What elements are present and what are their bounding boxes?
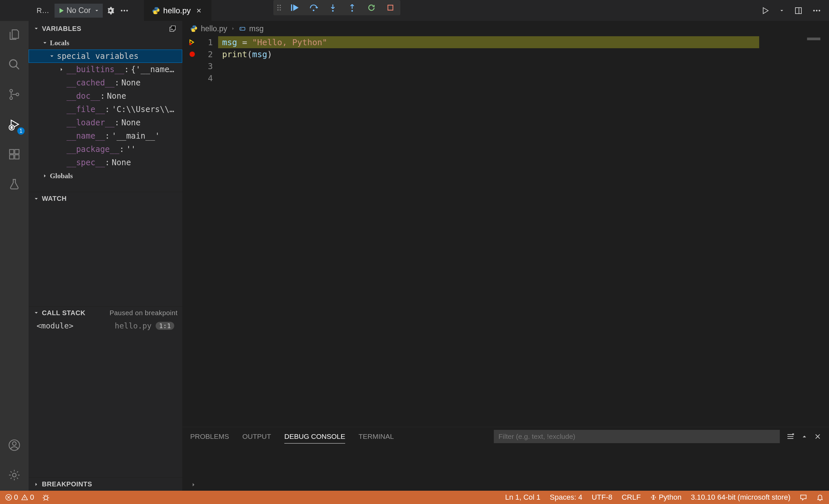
svg-point-29 xyxy=(12,442,16,445)
status-spaces[interactable]: Spaces: 4 xyxy=(550,493,582,502)
code-editor[interactable]: 1 2 3 4 msg = "Hello, Python" print(msg) xyxy=(182,36,829,427)
svg-rect-12 xyxy=(388,5,393,10)
ellipsis-icon[interactable] xyxy=(118,4,131,17)
svg-point-7 xyxy=(277,9,279,11)
debug-toolbar[interactable] xyxy=(273,0,400,15)
svg-point-11 xyxy=(351,10,353,12)
run-debug-icon[interactable]: 1 xyxy=(5,115,23,133)
minimap[interactable] xyxy=(809,36,829,427)
svg-rect-32 xyxy=(240,27,245,30)
status-errors[interactable]: 0 xyxy=(5,493,18,502)
code-line[interactable]: print(msg) xyxy=(218,48,829,60)
callstack-frame[interactable]: <module> hello.py 1:1 xyxy=(29,320,182,332)
activity-bar: 1 xyxy=(0,21,29,491)
chevron-down-icon xyxy=(33,196,39,202)
current-line-indicator-icon xyxy=(188,39,196,46)
step-over-button[interactable] xyxy=(307,2,321,13)
gear-icon[interactable] xyxy=(104,4,117,17)
grip-icon[interactable] xyxy=(277,4,282,11)
code-line[interactable] xyxy=(218,72,829,84)
chevron-right-icon xyxy=(59,67,67,72)
tab-problems[interactable]: PROBLEMS xyxy=(190,430,229,443)
callstack-header[interactable]: CALL STACK Paused on breakpoint xyxy=(29,307,182,320)
status-warnings[interactable]: 0 xyxy=(21,493,34,502)
scope-special-variables[interactable]: special variables xyxy=(29,49,182,63)
variables-header[interactable]: VARIABLES xyxy=(29,21,182,36)
status-encoding[interactable]: UTF-8 xyxy=(591,493,612,502)
scope-label: Locals xyxy=(50,39,69,47)
glyph-margin[interactable] xyxy=(182,36,202,427)
collapse-all-icon[interactable] xyxy=(168,24,178,34)
editor-tab[interactable]: hello.py xyxy=(144,0,212,21)
step-into-button[interactable] xyxy=(326,2,340,13)
feedback-icon[interactable] xyxy=(800,494,807,501)
run-editor-button[interactable] xyxy=(759,5,771,16)
close-icon[interactable] xyxy=(194,6,204,15)
testing-icon[interactable] xyxy=(5,175,23,193)
var-row[interactable]: __package__:'' xyxy=(29,143,182,156)
tab-debug-console[interactable]: DEBUG CONSOLE xyxy=(284,430,345,443)
status-language[interactable]: Python xyxy=(650,493,682,502)
symbol-variable-icon xyxy=(239,25,246,32)
breakpoints-header[interactable]: BREAKPOINTS xyxy=(29,478,182,491)
chevron-right-icon xyxy=(230,26,236,31)
var-row[interactable]: __cached__:None xyxy=(29,76,182,89)
split-editor-icon[interactable] xyxy=(792,5,804,16)
svg-point-21 xyxy=(10,97,13,99)
watch-header[interactable]: WATCH xyxy=(29,192,182,205)
svg-point-1 xyxy=(123,10,125,11)
svg-point-30 xyxy=(12,473,16,477)
code-line[interactable] xyxy=(218,60,829,72)
svg-point-36 xyxy=(44,496,47,500)
svg-rect-26 xyxy=(15,155,19,159)
close-icon[interactable] xyxy=(815,433,821,440)
explorer-icon[interactable] xyxy=(5,26,23,43)
frame-pos: 1:1 xyxy=(156,322,174,330)
restart-button[interactable] xyxy=(364,2,379,13)
var-row[interactable]: __name__:'__main__' xyxy=(29,129,182,143)
search-icon[interactable] xyxy=(5,56,23,73)
svg-rect-27 xyxy=(15,150,19,154)
breadcrumb-symbol: msg xyxy=(249,24,263,33)
step-out-button[interactable] xyxy=(345,2,359,13)
chevron-down-icon xyxy=(49,53,57,59)
debug-sidebar: VARIABLES Locals special variables __bui… xyxy=(29,21,182,491)
bottom-panel: PROBLEMS OUTPUT DEBUG CONSOLE TERMINAL xyxy=(182,427,829,491)
bell-icon[interactable] xyxy=(816,494,824,501)
tab-terminal[interactable]: TERMINAL xyxy=(358,430,394,443)
var-row[interactable]: __doc__:None xyxy=(29,89,182,103)
scope-locals[interactable]: Locals xyxy=(29,36,182,49)
status-lncol[interactable]: Ln 1, Col 1 xyxy=(505,493,540,502)
status-eol[interactable]: CRLF xyxy=(621,493,641,502)
chevron-down-icon xyxy=(94,8,100,13)
var-row[interactable]: __loader__:None xyxy=(29,116,182,129)
clear-console-icon[interactable] xyxy=(786,433,794,440)
breakpoint-icon[interactable] xyxy=(189,51,195,57)
chevron-down-icon[interactable] xyxy=(777,6,786,15)
console-prompt-icon[interactable] xyxy=(190,481,197,488)
settings-gear-icon[interactable] xyxy=(5,466,23,484)
tab-output[interactable]: OUTPUT xyxy=(243,430,271,443)
svg-point-16 xyxy=(816,10,818,11)
status-debug-icon[interactable] xyxy=(42,494,49,501)
status-interpreter[interactable]: 3.10.10 64-bit (microsoft store) xyxy=(691,493,790,502)
source-control-icon[interactable] xyxy=(5,85,23,103)
filter-input[interactable] xyxy=(494,430,780,443)
debug-config-select[interactable]: No Cor xyxy=(55,4,103,17)
scope-globals[interactable]: Globals xyxy=(29,169,182,182)
chevron-up-icon[interactable] xyxy=(801,433,808,440)
accounts-icon[interactable] xyxy=(5,436,23,454)
svg-point-34 xyxy=(189,43,191,45)
stop-button[interactable] xyxy=(384,2,397,13)
chevron-down-icon xyxy=(33,310,39,316)
ellipsis-icon[interactable] xyxy=(810,4,823,17)
var-row[interactable]: __builtins__:{'__name… xyxy=(29,63,182,76)
code-line[interactable]: msg = "Hello, Python" xyxy=(218,36,759,48)
svg-point-33 xyxy=(241,28,242,29)
continue-button[interactable] xyxy=(287,2,301,13)
python-file-icon xyxy=(152,7,160,14)
breadcrumb[interactable]: hello.py msg xyxy=(182,21,829,36)
var-row[interactable]: __spec__:None xyxy=(29,156,182,169)
extensions-icon[interactable] xyxy=(5,145,23,163)
var-row[interactable]: __file__:'C:\\Users\\… xyxy=(29,103,182,116)
